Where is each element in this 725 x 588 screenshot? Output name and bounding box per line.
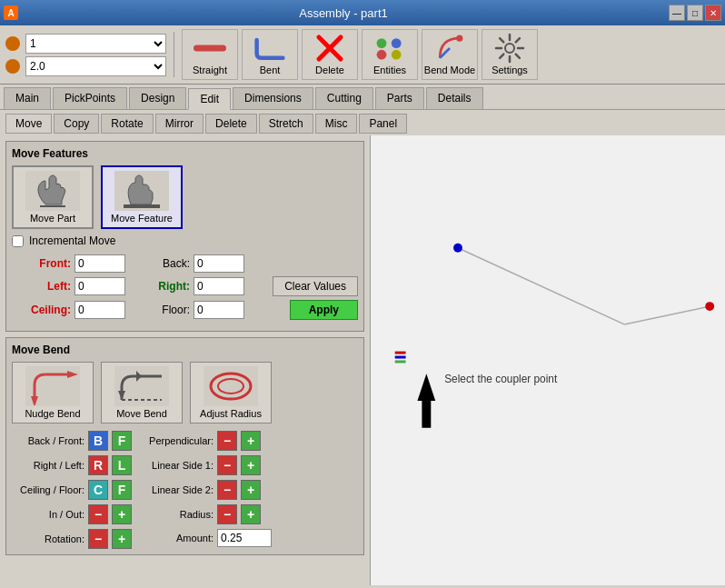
tab-pickpoints[interactable]: PickPoints: [53, 87, 127, 109]
svg-rect-20: [395, 352, 406, 354]
move-feature-label: Move Feature: [111, 213, 173, 224]
left-input[interactable]: [74, 277, 125, 295]
tab-main[interactable]: Main: [4, 87, 51, 109]
svg-rect-17: [372, 135, 723, 585]
ls2-plus-btn[interactable]: +: [241, 480, 261, 500]
move-features-section: Move Features Move Part: [5, 141, 364, 332]
amount-label: Amount:: [141, 533, 214, 543]
ceiling-floor-row: Ceiling / Floor: C F: [12, 480, 132, 500]
bend-mode-button[interactable]: Bend Mode: [422, 29, 478, 80]
subtab-mirror[interactable]: Mirror: [155, 114, 204, 134]
nudge-bend-button[interactable]: Nudge Bend: [12, 362, 94, 424]
tab-details[interactable]: Details: [426, 87, 483, 109]
back-input[interactable]: [194, 254, 244, 273]
bend-mode-icon: [433, 34, 466, 63]
dropdown2-icon: [5, 59, 20, 74]
move-bend-button[interactable]: Move Bend: [101, 362, 183, 424]
amount-input[interactable]: [217, 529, 272, 547]
move-feature-icon: [114, 171, 169, 211]
svg-point-5: [377, 50, 387, 60]
move-bend-label: Move Bend: [116, 408, 167, 419]
front-input[interactable]: [74, 254, 125, 273]
back-label: Back:: [131, 257, 190, 270]
settings-button[interactable]: Settings: [482, 29, 538, 80]
radius-plus-btn[interactable]: +: [241, 504, 261, 524]
ceiling-input[interactable]: [74, 301, 125, 319]
tab-parts[interactable]: Parts: [375, 87, 424, 109]
subtab-panel[interactable]: Panel: [359, 114, 407, 134]
ls1-minus-btn[interactable]: −: [217, 455, 237, 475]
subtab-delete[interactable]: Delete: [205, 114, 257, 134]
move-part-button[interactable]: Move Part: [12, 165, 94, 229]
linear-side2-label: Linear Side 2:: [141, 484, 214, 495]
ls1-plus-btn[interactable]: +: [241, 455, 261, 475]
subtab-misc[interactable]: Misc: [315, 114, 358, 134]
ceiling-nudge-btn[interactable]: C: [88, 480, 108, 500]
nudge-right-col: Perpendicular: − + Linear Side 1: − + Li…: [141, 431, 272, 549]
floor-nudge-btn[interactable]: F: [112, 480, 132, 500]
rotation-plus-btn[interactable]: +: [112, 529, 132, 549]
subtab-stretch[interactable]: Stretch: [259, 114, 313, 134]
adjust-radius-button[interactable]: Adjust Radius: [190, 362, 272, 424]
dropdown2-select[interactable]: 1.02.03.0: [25, 56, 166, 76]
nudge-bend-icon: [25, 366, 80, 406]
point-left: [453, 244, 462, 253]
toolbar-dropdowns: 123 1.02.03.0: [5, 34, 166, 76]
maximize-button[interactable]: □: [687, 5, 703, 21]
move-feature-buttons: Move Part Move Feature: [12, 165, 358, 229]
bend-buttons: Nudge Bend Move Bend: [12, 362, 358, 424]
front-btn[interactable]: F: [112, 431, 132, 451]
nudge-left-col: Back / Front: B F Right / Left: R L Ceil…: [12, 431, 132, 549]
tab-dimensions[interactable]: Dimensions: [233, 87, 313, 109]
perpendicular-label: Perpendicular:: [141, 435, 214, 446]
tab-cutting[interactable]: Cutting: [315, 87, 373, 109]
ls2-minus-btn[interactable]: −: [217, 480, 237, 500]
svg-point-4: [392, 38, 402, 48]
perp-minus-btn[interactable]: −: [217, 431, 237, 451]
rotation-minus-btn[interactable]: −: [88, 529, 108, 549]
dropdown1-select[interactable]: 123: [25, 34, 166, 54]
subtab-copy[interactable]: Copy: [54, 114, 99, 134]
incremental-move-checkbox[interactable]: [12, 235, 24, 247]
settings-icon: [493, 34, 526, 63]
subtab-rotate[interactable]: Rotate: [101, 114, 153, 134]
right-input[interactable]: [194, 277, 244, 295]
dropdown1-icon: [5, 36, 20, 51]
bent-button[interactable]: Bent: [242, 29, 298, 80]
nudge-bend-label: Nudge Bend: [25, 408, 80, 419]
close-button[interactable]: ✕: [705, 5, 721, 21]
entities-button[interactable]: Entities: [362, 29, 418, 80]
perp-plus-btn[interactable]: +: [241, 431, 261, 451]
tab-design[interactable]: Design: [129, 87, 186, 109]
point-right: [705, 302, 714, 311]
clear-values-button[interactable]: Clear Values: [273, 276, 358, 296]
minimize-button[interactable]: —: [669, 5, 685, 21]
title-bar-left: A: [4, 5, 18, 20]
svg-point-16: [218, 379, 243, 394]
radius-minus-btn[interactable]: −: [217, 504, 237, 524]
incremental-move-row: Incremental Move: [12, 234, 358, 247]
back-btn[interactable]: B: [88, 431, 108, 451]
out-btn[interactable]: +: [112, 504, 132, 524]
delete-button[interactable]: Delete: [302, 29, 358, 80]
title-bar-buttons[interactable]: — □ ✕: [669, 5, 721, 21]
left-panel: Move Features Move Part: [0, 135, 371, 585]
svg-marker-10: [67, 371, 78, 378]
tab-edit[interactable]: Edit: [188, 88, 231, 110]
canvas-instruction: Select the coupler point: [444, 373, 558, 385]
in-out-row: In / Out: − +: [12, 504, 132, 524]
straight-label: Straight: [193, 65, 227, 75]
subtab-move[interactable]: Move: [5, 114, 52, 134]
in-btn[interactable]: −: [88, 504, 108, 524]
sub-tabs-row: Move Copy Rotate Mirror Delete Stretch M…: [0, 110, 725, 135]
canvas-area: Select the coupler point: [371, 135, 725, 585]
right-label: Right:: [131, 280, 190, 293]
floor-input[interactable]: [194, 301, 244, 319]
apply-button[interactable]: Apply: [290, 300, 358, 320]
title-bar: A Assembly - part1 — □ ✕: [0, 0, 725, 25]
right-nudge-btn[interactable]: R: [88, 455, 108, 475]
move-feature-button[interactable]: Move Feature: [101, 165, 183, 229]
straight-button[interactable]: Straight: [182, 29, 238, 80]
svg-marker-12: [136, 371, 142, 382]
left-nudge-btn[interactable]: L: [112, 455, 132, 475]
